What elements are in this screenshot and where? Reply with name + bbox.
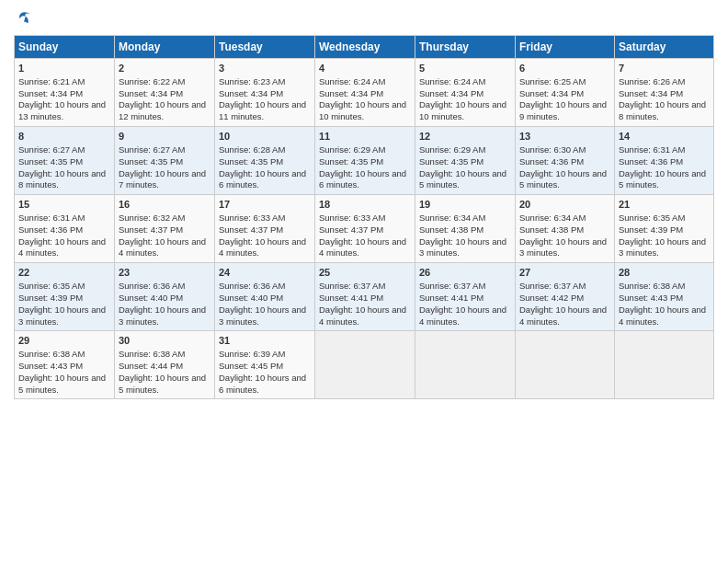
sunset: Sunset: 4:35 PM <box>219 156 283 167</box>
sunrise: Sunrise: 6:37 AM <box>419 281 485 291</box>
week-row-4: 22Sunrise: 6:35 AMSunset: 4:39 PMDayligh… <box>15 263 714 331</box>
calendar-cell: 20Sunrise: 6:34 AMSunset: 4:38 PMDayligh… <box>516 195 615 263</box>
sunrise: Sunrise: 6:38 AM <box>119 349 185 359</box>
calendar-cell: 12Sunrise: 6:29 AMSunset: 4:35 PMDayligh… <box>415 127 516 195</box>
logo <box>14 9 36 29</box>
day-number: 18 <box>319 198 411 212</box>
day-number: 13 <box>519 130 610 144</box>
sunset: Sunset: 4:36 PM <box>519 156 584 167</box>
day-number: 23 <box>119 266 210 280</box>
calendar-cell: 31Sunrise: 6:39 AMSunset: 4:45 PMDayligh… <box>215 331 315 399</box>
daylight: Daylight: 10 hours and 5 minutes. <box>519 168 607 190</box>
sunset: Sunset: 4:42 PM <box>519 293 584 303</box>
sunrise: Sunrise: 6:37 AM <box>519 281 586 291</box>
daylight: Daylight: 10 hours and 5 minutes. <box>119 373 206 395</box>
sunset: Sunset: 4:34 PM <box>18 88 83 98</box>
calendar-cell: 13Sunrise: 6:30 AMSunset: 4:36 PMDayligh… <box>516 127 615 195</box>
calendar-cell: 6Sunrise: 6:25 AMSunset: 4:34 PMDaylight… <box>516 59 615 127</box>
sunset: Sunset: 4:45 PM <box>219 361 283 371</box>
daylight: Daylight: 10 hours and 4 minutes. <box>319 304 406 327</box>
sunset: Sunset: 4:34 PM <box>619 88 683 98</box>
daylight: Daylight: 10 hours and 4 minutes. <box>18 236 106 259</box>
calendar-cell: 19Sunrise: 6:34 AMSunset: 4:38 PMDayligh… <box>415 195 516 263</box>
sunset: Sunset: 4:34 PM <box>219 88 283 98</box>
daylight: Daylight: 10 hours and 3 minutes. <box>119 304 206 327</box>
daylight: Daylight: 10 hours and 10 minutes. <box>419 99 506 121</box>
day-number: 9 <box>119 130 210 144</box>
day-number: 10 <box>219 130 311 144</box>
day-number: 11 <box>319 130 411 144</box>
day-number: 12 <box>419 130 511 144</box>
daylight: Daylight: 10 hours and 3 minutes. <box>219 304 306 327</box>
column-header-wednesday: Wednesday <box>315 36 415 59</box>
daylight: Daylight: 10 hours and 10 minutes. <box>319 99 406 121</box>
column-header-monday: Monday <box>115 36 215 59</box>
sunrise: Sunrise: 6:35 AM <box>18 281 85 291</box>
day-number: 15 <box>18 198 110 212</box>
column-header-sunday: Sunday <box>15 36 115 59</box>
daylight: Daylight: 10 hours and 4 minutes. <box>319 236 406 259</box>
header <box>14 9 714 29</box>
week-row-3: 15Sunrise: 6:31 AMSunset: 4:36 PMDayligh… <box>15 195 714 263</box>
sunrise: Sunrise: 6:24 AM <box>419 76 485 86</box>
sunset: Sunset: 4:39 PM <box>18 293 83 303</box>
calendar-cell: 7Sunrise: 6:26 AMSunset: 4:34 PMDaylight… <box>614 59 713 127</box>
day-number: 4 <box>319 62 411 75</box>
sunset: Sunset: 4:38 PM <box>419 224 483 235</box>
sunset: Sunset: 4:44 PM <box>119 361 183 371</box>
daylight: Daylight: 10 hours and 11 minutes. <box>219 99 306 121</box>
calendar-cell: 29Sunrise: 6:38 AMSunset: 4:43 PMDayligh… <box>15 331 115 399</box>
daylight: Daylight: 10 hours and 9 minutes. <box>519 99 607 121</box>
sunset: Sunset: 4:34 PM <box>419 88 483 98</box>
day-number: 21 <box>619 198 710 212</box>
daylight: Daylight: 10 hours and 6 minutes. <box>219 373 306 395</box>
calendar-cell <box>415 331 516 399</box>
calendar-cell: 15Sunrise: 6:31 AMSunset: 4:36 PMDayligh… <box>15 195 115 263</box>
daylight: Daylight: 10 hours and 6 minutes. <box>319 168 406 190</box>
sunrise: Sunrise: 6:33 AM <box>219 213 285 223</box>
day-number: 1 <box>18 62 110 75</box>
calendar-cell <box>614 331 713 399</box>
day-number: 31 <box>219 334 311 348</box>
sunset: Sunset: 4:41 PM <box>319 293 383 303</box>
day-number: 28 <box>619 266 710 280</box>
sunset: Sunset: 4:35 PM <box>119 156 183 167</box>
sunset: Sunset: 4:37 PM <box>319 224 383 235</box>
sunset: Sunset: 4:37 PM <box>219 224 283 235</box>
daylight: Daylight: 10 hours and 5 minutes. <box>18 373 106 395</box>
calendar-cell: 3Sunrise: 6:23 AMSunset: 4:34 PMDaylight… <box>215 59 315 127</box>
calendar-cell: 16Sunrise: 6:32 AMSunset: 4:37 PMDayligh… <box>115 195 215 263</box>
sunrise: Sunrise: 6:27 AM <box>119 144 185 155</box>
sunset: Sunset: 4:36 PM <box>619 156 683 167</box>
sunrise: Sunrise: 6:37 AM <box>319 281 385 291</box>
sunset: Sunset: 4:37 PM <box>119 224 183 235</box>
calendar-cell: 2Sunrise: 6:22 AMSunset: 4:34 PMDaylight… <box>115 59 215 127</box>
day-number: 20 <box>519 198 610 212</box>
sunrise: Sunrise: 6:38 AM <box>619 281 685 291</box>
calendar-cell: 9Sunrise: 6:27 AMSunset: 4:35 PMDaylight… <box>115 127 215 195</box>
sunset: Sunset: 4:43 PM <box>619 293 683 303</box>
sunset: Sunset: 4:43 PM <box>18 361 83 371</box>
sunrise: Sunrise: 6:21 AM <box>18 76 85 86</box>
sunset: Sunset: 4:35 PM <box>419 156 483 167</box>
calendar-cell: 26Sunrise: 6:37 AMSunset: 4:41 PMDayligh… <box>415 263 516 331</box>
day-number: 22 <box>18 266 110 280</box>
sunrise: Sunrise: 6:36 AM <box>119 281 185 291</box>
sunrise: Sunrise: 6:24 AM <box>319 76 385 86</box>
calendar-cell: 14Sunrise: 6:31 AMSunset: 4:36 PMDayligh… <box>614 127 713 195</box>
calendar-cell: 27Sunrise: 6:37 AMSunset: 4:42 PMDayligh… <box>516 263 615 331</box>
sunrise: Sunrise: 6:39 AM <box>219 349 285 359</box>
sunset: Sunset: 4:35 PM <box>319 156 383 167</box>
daylight: Daylight: 10 hours and 7 minutes. <box>119 168 206 190</box>
sunrise: Sunrise: 6:29 AM <box>419 144 485 155</box>
calendar-cell: 21Sunrise: 6:35 AMSunset: 4:39 PMDayligh… <box>614 195 713 263</box>
sunset: Sunset: 4:35 PM <box>18 156 83 167</box>
week-row-5: 29Sunrise: 6:38 AMSunset: 4:43 PMDayligh… <box>15 331 714 399</box>
sunrise: Sunrise: 6:35 AM <box>619 213 685 223</box>
calendar-cell: 10Sunrise: 6:28 AMSunset: 4:35 PMDayligh… <box>215 127 315 195</box>
day-number: 29 <box>18 334 110 348</box>
calendar-cell: 23Sunrise: 6:36 AMSunset: 4:40 PMDayligh… <box>115 263 215 331</box>
day-number: 17 <box>219 198 311 212</box>
day-number: 14 <box>619 130 710 144</box>
sunset: Sunset: 4:40 PM <box>119 293 183 303</box>
